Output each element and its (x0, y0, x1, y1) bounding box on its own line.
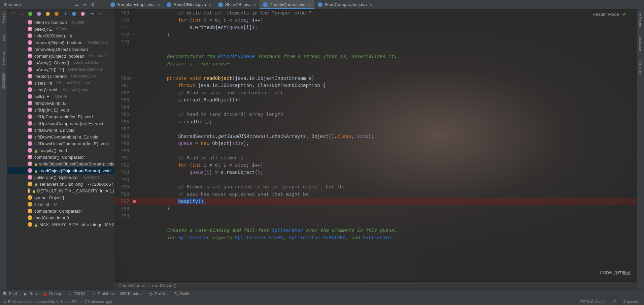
override-gutter-icon[interactable]: @ (129, 75, 132, 82)
editor-tab[interactable]: BeanComparator.java× (314, 0, 376, 9)
structure-node[interactable]: mwriteObject(ObjectOutputStream): void (7, 160, 114, 167)
gutter[interactable] (114, 227, 135, 234)
cursor-position[interactable]: 797:9 (9 chars) (576, 298, 608, 305)
code-content[interactable] (135, 147, 637, 155)
show-anon-icon[interactable]: ✶ (63, 11, 68, 17)
gutter[interactable] (114, 46, 135, 53)
editor-tab[interactable]: PriorityQueue.java× (260, 0, 314, 9)
code-content[interactable]: // Read in (and discard) array length (135, 111, 637, 118)
gutter[interactable]: 782 (114, 89, 135, 97)
structure-node[interactable]: fmodCount: int = 0 (7, 214, 114, 221)
structure-node[interactable]: mremove(Object): boolean↑AbstractCo (7, 39, 114, 46)
code-content[interactable] (135, 104, 637, 111)
show-property-icon[interactable] (36, 11, 42, 17)
structure-node[interactable]: fqueue: Object[] (7, 194, 114, 201)
code-line[interactable]: 782 // Read in size, and any hidden stuf… (114, 89, 637, 97)
gutter[interactable]: 788 (114, 133, 135, 140)
gutter[interactable] (114, 234, 135, 242)
gutter[interactable]: 796 (114, 191, 135, 198)
structure-node[interactable]: mcomparator(): Comparator (7, 154, 114, 160)
code-content[interactable] (135, 67, 637, 75)
gutter[interactable]: 795− (114, 183, 135, 191)
code-content[interactable] (135, 176, 637, 184)
code-line[interactable]: 799 (114, 212, 637, 220)
gutter[interactable]: 793 (114, 169, 135, 176)
autoscroll-icon[interactable]: ⇥ (89, 11, 94, 17)
show-inherited-icon[interactable] (54, 11, 59, 17)
breadcrumb-item[interactable]: PriorityQueue (118, 283, 145, 288)
minimize-icon[interactable]: — (98, 2, 104, 7)
code-line[interactable]: 771 s.writeObject(queue[i]); (114, 24, 637, 31)
gutter[interactable]: 781 (114, 82, 135, 89)
tool-window-button[interactable]: ≡TODO (67, 292, 85, 296)
code-content[interactable]: queue[i] = s.readObject(); (135, 169, 637, 176)
gutter[interactable] (114, 53, 135, 60)
code-line[interactable] (114, 67, 637, 75)
gutter[interactable]: 771 (114, 24, 135, 31)
structure-node[interactable]: fcomparator: Comparator (7, 208, 114, 214)
tool-window-button[interactable]: ⚠Problems (91, 292, 115, 296)
gutter[interactable]: 789 (114, 140, 135, 147)
gutter[interactable] (114, 67, 135, 75)
code-line[interactable]: 770 for (int i = 0; i < size; i++) (114, 17, 637, 24)
tool-window-button[interactable]: 🔨Build (174, 292, 189, 296)
structure-node[interactable]: fserialVersionUID: long = -7720805057 (7, 181, 114, 187)
structure-node[interactable]: mremoveAt(int): E (7, 100, 114, 106)
structure-node[interactable]: fsize: int = 0 (7, 201, 114, 208)
tool-window-button[interactable]: ▶Run (23, 292, 37, 296)
structure-node[interactable]: mcontains(Object): boolean↑AbstractC (7, 53, 114, 59)
code-line[interactable]: 784 (114, 104, 637, 111)
code-content[interactable]: The Spliterator reports Spliterator.SIZE… (135, 234, 637, 242)
code-content[interactable] (135, 220, 637, 227)
structure-node[interactable]: mpeek(): E↑Queue (7, 26, 114, 32)
gutter[interactable]: 773 (114, 38, 135, 46)
code-line[interactable]: 783 s.defaultReadObject(); (114, 96, 637, 104)
code-line[interactable]: Reconstitutes the PriorityQueue instance… (114, 53, 637, 60)
close-icon[interactable]: × (253, 2, 256, 7)
tool-window-button[interactable]: 🐞Debug (43, 292, 61, 296)
gutter[interactable]: 784 (114, 104, 135, 111)
code-content[interactable]: s.writeObject(queue[i]); (135, 24, 637, 31)
gutter[interactable]: 785 (114, 111, 135, 118)
breakpoint-icon[interactable] (133, 200, 136, 203)
code-content[interactable]: } (135, 205, 637, 213)
structure-node[interactable]: moffer(E): boolean↑Queue (7, 19, 114, 26)
tool-window-button[interactable]: ◔Profiler (148, 292, 168, 296)
more-icon[interactable]: ⋯ (98, 11, 103, 17)
gutter[interactable] (114, 220, 135, 227)
structure-node[interactable]: msiftDown(int, E): void (7, 127, 114, 133)
editor-tab[interactable]: ShiroCB.java× (215, 0, 259, 9)
show-lambda-icon[interactable] (71, 11, 77, 17)
code-line[interactable]: 786 s.readInt(); (114, 118, 637, 126)
collapse-all-icon[interactable] (82, 2, 88, 7)
structure-node[interactable]: mtoArray(): Object[]↑AbstractCollectio (7, 59, 114, 66)
code-line[interactable]: 789 queue = new Object[size]; (114, 140, 637, 147)
code-content[interactable] (135, 212, 637, 220)
code-line[interactable]: The Spliterator reports Spliterator.SIZE… (114, 234, 637, 242)
code-content[interactable]: Params: s – the stream (135, 60, 637, 68)
code-line[interactable]: 773 (114, 38, 637, 46)
structure-node[interactable]: mtoArray(T[]): T[]↑AbstractCollection (7, 66, 114, 73)
show-class-icon[interactable] (28, 11, 33, 17)
gutter[interactable] (114, 60, 135, 68)
structure-tree[interactable]: moffer(E): boolean↑Queuempeek(): E↑Queue… (7, 18, 114, 289)
code-line[interactable]: 798 } (114, 205, 637, 213)
line-ending[interactable]: LF (608, 298, 619, 305)
code-line[interactable]: 790 (114, 147, 637, 155)
structure-node[interactable]: msize(): int↑AbstractCollection (7, 80, 114, 86)
code-line[interactable]: 792 for (int i = 0; i < size; i++) (114, 162, 637, 169)
indent-setting[interactable]: 4 spaces (619, 298, 641, 305)
code-line[interactable]: 787 (114, 125, 637, 133)
code-content[interactable] (135, 46, 637, 53)
tool-window-button[interactable]: 🔍Find (3, 292, 17, 296)
code-line[interactable]: Creates a late-binding and fail-fast Spl… (114, 227, 637, 234)
structure-node[interactable]: msiftDownComparable(int, E): void (7, 133, 114, 140)
structure-node[interactable]: msiftDownUsingComparator(int, E): void (7, 140, 114, 147)
close-icon[interactable]: × (209, 2, 211, 7)
tool-stripe-button[interactable]: Hierarchy (639, 59, 642, 76)
breadcrumb-item[interactable]: readObject() (152, 283, 176, 288)
code-content[interactable]: throws java.io.IOException, ClassNotFoun… (135, 82, 637, 89)
gutter[interactable]: 791 (114, 154, 135, 162)
tool-stripe-button[interactable]: m Maven (639, 11, 642, 28)
structure-node[interactable]: msiftUpUsingComparator(int, E): void (7, 120, 114, 127)
